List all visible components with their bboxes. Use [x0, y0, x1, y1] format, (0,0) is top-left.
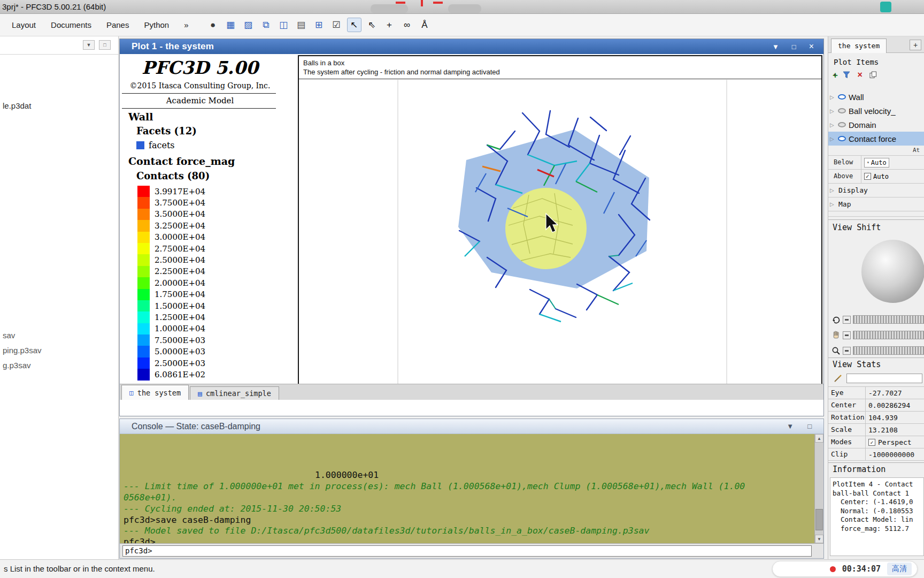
pointer-tool-icon[interactable]: ↖: [347, 18, 361, 32]
chevron-down-icon[interactable]: ▼: [83, 40, 95, 50]
menu-item[interactable]: Documents: [43, 14, 99, 36]
console-float-icon[interactable]: □: [807, 422, 812, 430]
file-item[interactable]: ping.p3sav: [3, 343, 42, 358]
plot-item-label: Contact force: [849, 134, 896, 143]
stats-query-field[interactable]: [846, 374, 922, 383]
add-plot-item-button[interactable]: + ▾: [833, 71, 836, 80]
plot-close-icon[interactable]: ×: [809, 42, 814, 51]
hd-quality-button[interactable]: 高清: [887, 562, 912, 575]
below-auto-dropdown[interactable]: ▾ Auto: [864, 158, 889, 168]
plot-menu-icon[interactable]: ▼: [772, 43, 779, 50]
expand-arrow-icon[interactable]: ▷: [830, 187, 835, 193]
tray-icon[interactable]: [880, 2, 891, 12]
expand-arrow-icon[interactable]: ▷: [830, 122, 835, 128]
panel-float-icon[interactable]: □: [99, 40, 111, 50]
plot-items-title: Plot Items: [834, 58, 879, 66]
pan-reset-button[interactable]: [843, 331, 851, 339]
console-scrollbar[interactable]: ▲ ▼: [814, 434, 823, 543]
attr-row-map[interactable]: ▷ Map: [828, 197, 924, 211]
scale-value-label: 2.5000E+04: [155, 255, 205, 265]
stat-value: 0.00286294: [868, 401, 910, 409]
3d-viewport[interactable]: [299, 80, 821, 398]
tab-cmlinear-simple[interactable]: ▤ cmlinear_simple: [190, 386, 279, 400]
scale-color-swatch: [137, 369, 150, 380]
globe-icon[interactable]: ●: [206, 18, 220, 32]
console-output[interactable]: 1.000000e+01--- Limit time of 1.000000e+…: [120, 434, 823, 543]
probe-icon[interactable]: [834, 374, 842, 383]
console-titlebar[interactable]: Console — State: caseB-damping ▼ □: [120, 419, 823, 434]
control-tab-the-system[interactable]: the system: [831, 39, 887, 53]
control-panel-tabbar: the system +: [828, 36, 924, 53]
zoom-reset-button[interactable]: [843, 347, 851, 355]
file-item[interactable]: sav: [3, 328, 42, 343]
add-pane-icon[interactable]: ⊞: [312, 18, 326, 32]
menu-item[interactable]: Python: [136, 14, 176, 36]
plot-item-ball-velocity[interactable]: ▷ Ball velocity_: [828, 104, 924, 118]
expand-arrow-icon[interactable]: ▷: [830, 94, 835, 100]
tab-the-system[interactable]: ◫ the system: [121, 385, 189, 400]
link-tool-icon[interactable]: ∞: [400, 18, 414, 32]
scrollbar-thumb[interactable]: [815, 509, 823, 530]
delete-plot-item-icon[interactable]: ×: [857, 71, 862, 79]
info-line: PlotItem 4 - Contact: [833, 480, 921, 489]
plot-item-contact-force[interactable]: ▷ Contact force: [828, 132, 924, 146]
perspective-checkbox[interactable]: [868, 439, 875, 446]
visibility-eye-icon[interactable]: [838, 94, 846, 100]
menu-item[interactable]: Layout: [4, 14, 43, 36]
rotate-control-row: [831, 313, 924, 326]
pan-slider[interactable]: [853, 331, 924, 339]
scale-color-swatch: [137, 243, 150, 254]
new-plot-view-icon[interactable]: ▦: [224, 18, 238, 32]
stats-row: Clip -1000000000: [828, 448, 924, 461]
print-icon[interactable]: ▤: [294, 18, 309, 32]
add-tab-button[interactable]: +: [910, 40, 921, 50]
rotate-reset-button[interactable]: [843, 316, 851, 324]
scale-row: 3.2500E+04: [137, 220, 205, 231]
scale-color-swatch: [137, 277, 150, 288]
scale-value-label: 2.7500E+04: [155, 244, 205, 254]
attr-row-display[interactable]: ▷ Display: [828, 184, 924, 197]
measure-tool-icon[interactable]: Å: [418, 18, 432, 32]
console-menu-icon[interactable]: ▼: [787, 422, 794, 430]
view-trackball[interactable]: [861, 240, 924, 303]
window-titlebar[interactable]: 3prj* - PFC3D 5.00.21 (64bit): [0, 0, 924, 14]
copy-icon[interactable]: [869, 71, 877, 79]
file-item[interactable]: le.p3dat: [3, 98, 31, 113]
file-item[interactable]: g.p3sav: [3, 358, 42, 373]
console-line: pfc3d>save caseB-damping: [124, 515, 823, 526]
plot-titlebar[interactable]: Plot 1 - the system ▼ □ ×: [120, 39, 823, 54]
rotate-slider[interactable]: [853, 315, 924, 324]
menu-item[interactable]: »: [176, 14, 196, 36]
stat-label: Rotation: [828, 412, 866, 423]
zoom-slider[interactable]: [853, 346, 924, 355]
chart-view-icon[interactable]: ▨: [241, 18, 256, 32]
scale-value-label: 3.7500E+04: [155, 198, 205, 208]
plot-title: Plot 1 - the system: [132, 41, 214, 52]
pick-tool-icon[interactable]: ⇖: [365, 18, 379, 32]
scroll-up-icon[interactable]: ▲: [815, 434, 823, 443]
legend-app-title: PFC3D 5.00: [120, 57, 280, 78]
above-auto-checkbox[interactable]: [864, 173, 871, 180]
pane-layout-icon[interactable]: ◫: [276, 18, 291, 32]
plot-item-domain[interactable]: ▷ Domain: [828, 118, 924, 132]
duplicate-view-icon[interactable]: ⧉: [259, 18, 273, 32]
info-line: Center: (-1.4619,0: [833, 498, 921, 507]
expand-arrow-icon[interactable]: ▷: [830, 136, 835, 142]
plot-item-wall[interactable]: ▷ Wall: [828, 90, 924, 104]
checkbox-option-icon[interactable]: ☑: [329, 18, 344, 32]
expand-arrow-icon[interactable]: ▷: [830, 201, 835, 207]
expand-arrow-icon[interactable]: ▷: [830, 108, 835, 114]
scroll-down-icon[interactable]: ▼: [815, 535, 823, 543]
plot-maximize-icon[interactable]: □: [792, 43, 796, 50]
legend-facets-item: facets: [136, 140, 175, 150]
info-line: Contact Model: lin: [833, 515, 921, 524]
console-command-input[interactable]: pfc3d>: [122, 545, 812, 557]
menu-item[interactable]: Panes: [99, 14, 137, 36]
crosshair-tool-icon[interactable]: +: [382, 18, 397, 32]
tab-icon: ◫: [129, 389, 134, 397]
filter-icon[interactable]: [843, 71, 850, 79]
stats-row: Center 0.00286294: [828, 399, 924, 412]
visibility-eye-icon[interactable]: [838, 136, 846, 141]
visibility-eye-icon[interactable]: [838, 122, 846, 127]
visibility-eye-icon[interactable]: [838, 108, 846, 113]
